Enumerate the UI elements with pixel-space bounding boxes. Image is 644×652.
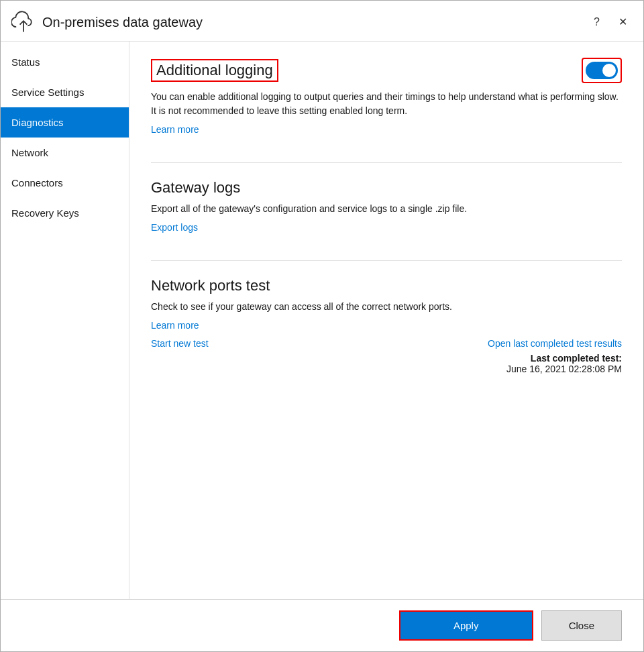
last-completed-info: Last completed test: June 16, 2021 02:28… (151, 353, 622, 374)
apply-button[interactable]: Apply (399, 610, 533, 641)
network-ports-title: Network ports test (151, 277, 622, 294)
divider-2 (151, 260, 622, 261)
additional-logging-desc: You can enable additional logging to out… (151, 90, 622, 118)
open-last-results-link[interactable]: Open last completed test results (488, 338, 622, 349)
toggle-knob (602, 64, 616, 77)
close-footer-button[interactable]: Close (541, 610, 622, 641)
additional-logging-learn-more[interactable]: Learn more (151, 124, 199, 135)
title-bar: On-premises data gateway ? ✕ (1, 1, 643, 42)
last-completed-date: June 16, 2021 02:28:08 PM (506, 364, 622, 374)
footer: Apply Close (1, 599, 643, 651)
additional-logging-section: Additional logging You can enable additi… (151, 58, 622, 135)
additional-logging-toggle[interactable] (586, 62, 618, 79)
close-button[interactable]: ✕ (613, 14, 633, 30)
network-ports-learn-more[interactable]: Learn more (151, 320, 199, 331)
sidebar-item-network[interactable]: Network (1, 138, 129, 168)
export-logs-link[interactable]: Export logs (151, 222, 198, 233)
additional-logging-header: Additional logging (151, 58, 622, 83)
network-ports-actions: Start new test Open last completed test … (151, 338, 622, 349)
last-completed-label: Last completed test: (531, 353, 622, 364)
sidebar-item-connectors[interactable]: Connectors (1, 168, 129, 198)
content-area: Status Service Settings Diagnostics Netw… (1, 42, 643, 599)
sidebar-item-status[interactable]: Status (1, 47, 129, 77)
sidebar: Status Service Settings Diagnostics Netw… (1, 42, 129, 599)
gateway-logs-desc: Export all of the gateway's configuratio… (151, 202, 622, 216)
main-window: On-premises data gateway ? ✕ Status Serv… (0, 0, 644, 652)
help-button[interactable]: ? (588, 14, 605, 30)
cloud-upload-icon (11, 10, 36, 34)
divider-1 (151, 162, 622, 163)
main-panel: Additional logging You can enable additi… (129, 42, 643, 599)
gateway-logs-section: Gateway logs Export all of the gateway's… (151, 179, 622, 233)
start-new-test-link[interactable]: Start new test (151, 338, 209, 349)
additional-logging-title: Additional logging (151, 59, 278, 82)
window-title: On-premises data gateway (42, 15, 588, 30)
title-controls: ? ✕ (588, 14, 633, 30)
network-ports-section: Network ports test Check to see if your … (151, 277, 622, 374)
sidebar-item-diagnostics[interactable]: Diagnostics (1, 107, 129, 138)
toggle-wrapper (582, 58, 622, 83)
network-ports-desc: Check to see if your gateway can access … (151, 300, 622, 314)
gateway-logs-title: Gateway logs (151, 179, 622, 197)
sidebar-item-service-settings[interactable]: Service Settings (1, 77, 129, 107)
sidebar-item-recovery-keys[interactable]: Recovery Keys (1, 198, 129, 228)
